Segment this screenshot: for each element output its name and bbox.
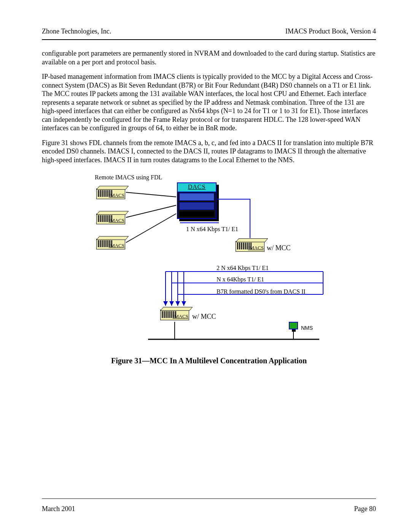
- figure-caption: Figure 31—MCC In A Multilevel Concentrat…: [42, 356, 376, 365]
- figure-diagram: Remote IMACS using FDL DACS IMACS IMACS …: [91, 176, 327, 349]
- footer-right: Page 80: [354, 505, 376, 513]
- paragraph-2: IP-based management information from IMA…: [42, 72, 376, 133]
- svg-line-2: [126, 214, 176, 243]
- footer-rule: [42, 498, 376, 499]
- svg-line-0: [126, 192, 176, 197]
- paragraph-3: Figure 31 shows FDL channels from the re…: [42, 139, 376, 165]
- footer-left: March 2001: [42, 505, 75, 513]
- header-rule: [42, 39, 376, 40]
- page-footer: March 2001 Page 80: [42, 498, 376, 513]
- svg-line-1: [126, 205, 176, 217]
- body-text: configurable port parameters are permane…: [42, 49, 376, 164]
- page-header: Zhone Technologies, Inc. IMACS Product B…: [42, 27, 376, 39]
- header-right: IMACS Product Book, Version 4: [285, 27, 376, 35]
- diagram-wires: [91, 176, 327, 349]
- paragraph-1: configurable port parameters are permane…: [42, 49, 376, 66]
- header-left: Zhone Technologies, Inc.: [42, 27, 111, 35]
